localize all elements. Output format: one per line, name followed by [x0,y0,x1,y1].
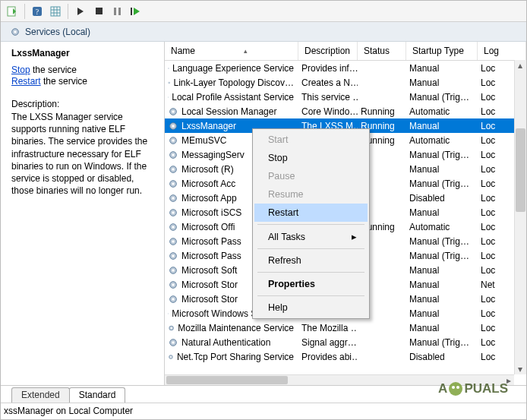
toolbar: ? [1,1,526,22]
col-startup[interactable]: Startup Type [406,42,478,60]
gear-icon [168,236,178,247]
svg-point-35 [172,197,175,200]
toolbar-btn-grid[interactable] [47,3,64,20]
cell-startup: Manual [406,294,478,305]
cell-startup: Manual (Trig… [406,178,478,189]
scroll-up-icon[interactable]: ▴ [515,60,525,71]
ctx-all-tasks[interactable]: All Tasks▸ [254,227,368,246]
ctx-refresh[interactable]: Refresh [254,251,368,270]
sort-asc-icon: ▴ [244,47,248,55]
context-menu: Start Stop Pause Resume Restart All Task… [252,128,370,319]
svg-marker-13 [134,8,140,15]
scrollbar-horizontal[interactable]: ◂ ▸ [165,374,514,385]
ctx-separator [257,224,364,225]
gear-icon [168,63,169,74]
gear-icon [168,352,174,362]
ctx-resume[interactable]: Resume [254,185,368,204]
stop-link[interactable]: Stop [11,65,30,75]
scroll-thumb-horizontal[interactable] [166,376,288,384]
table-row[interactable]: Mozilla Maintenance ServiceThe Mozilla …… [165,321,526,335]
detail-service-name: LxssManager [11,48,156,58]
cell-startup: Manual (Trig… [406,92,478,103]
svg-point-15 [14,30,17,33]
ctx-restart[interactable]: Restart [254,204,368,222]
stop-suffix: the service [30,65,77,75]
gear-icon [168,251,178,261]
col-name[interactable]: Name▴ [165,42,298,60]
detail-pane: LxssManager Stop the service Restart the… [1,42,165,385]
table-row[interactable]: Local Profile Assistant ServiceThis serv… [165,90,526,104]
restart-suffix: the service [41,76,87,87]
restart-icon [131,8,140,15]
cell-startup: Manual [406,308,478,319]
separator [24,4,25,19]
svg-point-25 [172,125,175,128]
col-description[interactable]: Description [298,42,358,60]
gear-icon [168,337,178,348]
table-row[interactable]: Natural AuthenticationSignal aggr…Manual… [165,335,526,349]
restart-link[interactable]: Restart [11,76,41,87]
svg-rect-10 [114,8,116,15]
export-icon [7,6,17,17]
cell-startup: Manual [406,207,478,218]
ctx-separator [257,272,364,273]
cell-startup: Manual (Trig… [406,236,478,247]
toolbar-btn-export[interactable] [4,3,21,20]
scroll-right-icon[interactable]: ▸ [503,375,514,385]
cell-description: This service … [298,92,358,103]
cell-name: Local Profile Assistant Service [165,92,298,103]
svg-rect-12 [131,8,132,15]
svg-point-41 [172,240,175,243]
cell-name: Natural Authentication [165,337,298,348]
cell-description: The Mozilla … [298,323,358,333]
gear-icon [168,308,169,319]
scroll-down-icon[interactable]: ▾ [515,364,525,374]
header-title: Services (Local) [25,27,90,37]
ctx-pause[interactable]: Pause [254,167,368,185]
cell-startup: Disabled [406,193,478,204]
table-row[interactable]: Local Session ManagerCore Windo…RunningA… [165,104,526,118]
svg-point-55 [172,341,175,344]
toolbar-btn-pause[interactable] [109,3,125,20]
toolbar-btn-help[interactable]: ? [29,3,46,20]
toolbar-btn-restart[interactable] [127,3,144,20]
gear-icon [168,150,178,160]
submenu-arrow-icon: ▸ [352,231,357,242]
ctx-properties[interactable]: Properties [254,275,368,293]
scrollbar-vertical[interactable]: ▴ ▾ [514,60,526,374]
gear-icon [168,106,178,117]
view-tabs: Extended Standard [1,386,526,403]
pause-icon [114,8,121,15]
stop-service-line: Stop the service [11,65,156,75]
ctx-start[interactable]: Start [254,131,368,149]
toolbar-btn-start[interactable] [72,3,89,20]
column-headers: Name▴ Description Status Startup Type Lo… [165,42,526,61]
table-row[interactable]: Link-Layer Topology Discov…Creates a N…M… [165,75,526,90]
cell-name: Local Session Manager [165,106,298,117]
cell-startup: Automatic [406,106,478,117]
cell-startup: Manual [406,121,478,131]
cell-startup: Manual [406,63,478,74]
scroll-thumb-vertical[interactable] [516,128,525,212]
gear-icon [168,323,175,333]
tab-extended[interactable]: Extended [11,387,70,403]
table-row[interactable]: Net.Tcp Port Sharing ServiceProvides abi… [165,349,526,364]
table-row[interactable]: Language Experience ServiceProvides inf…… [165,61,526,75]
svg-point-47 [172,283,175,286]
svg-text:?: ? [36,8,39,16]
svg-point-57 [170,356,172,358]
svg-point-31 [172,168,175,171]
tab-standard[interactable]: Standard [69,387,126,403]
ctx-separator [257,295,364,296]
ctx-help[interactable]: Help [254,298,368,317]
cell-name: Net.Tcp Port Sharing Service [165,352,298,362]
col-status[interactable]: Status [358,42,406,60]
toolbar-btn-stop[interactable] [90,3,107,20]
ctx-stop[interactable]: Stop [254,149,368,167]
status-bar: xssManager on Local Computer [1,403,526,419]
separator [68,4,68,19]
cell-startup: Manual [406,77,478,88]
cell-startup: Disabled [406,352,478,362]
col-logon[interactable]: Log [478,42,526,60]
svg-point-23 [172,110,175,113]
